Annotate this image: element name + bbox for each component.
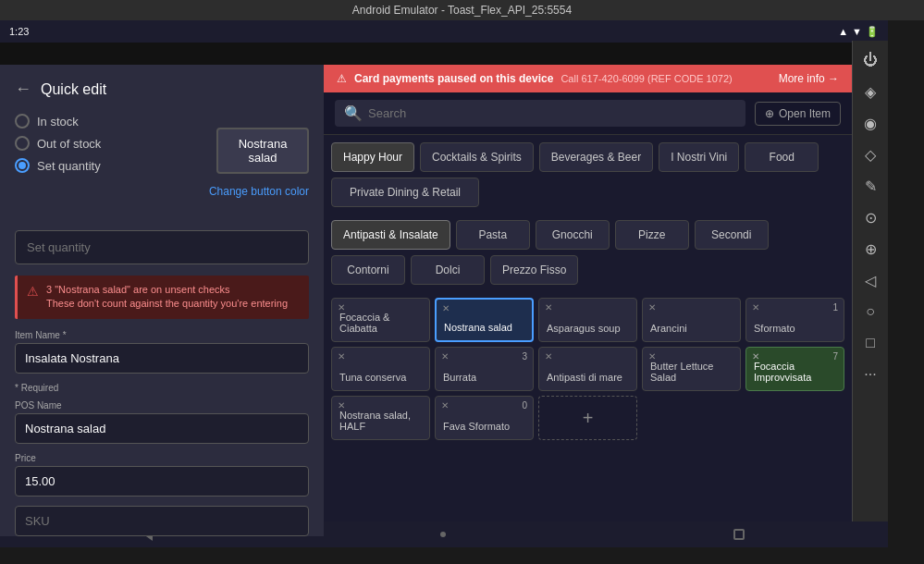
main-content: ⚠ Card payments paused on this device Ca… xyxy=(324,65,852,521)
price-field-group: Price xyxy=(15,453,309,497)
price-input[interactable] xyxy=(15,466,309,497)
warning-line2: These don't count against the quantity y… xyxy=(46,297,288,311)
android-status-bar: 1:23 ▲ ▼ 🔋 xyxy=(0,20,888,43)
back-button[interactable]: ← xyxy=(15,80,31,99)
item-label: Burrata xyxy=(443,372,525,383)
category-row-1: Happy Hour Cocktails & Spirits Beverages… xyxy=(331,142,844,172)
x-mark-icon: ✕ xyxy=(545,302,552,313)
menu-item-butter-lettuce[interactable]: ✕ Butter Lettuce Salad xyxy=(642,347,741,391)
count-badge: 7 xyxy=(832,351,838,362)
search-icon: 🔍 xyxy=(344,104,363,122)
menu-item-antipasti-di-mare[interactable]: ✕ Antipasti di mare xyxy=(538,347,637,391)
add-button: + xyxy=(547,404,629,432)
menu-item-asparagus-soup[interactable]: ✕ Asparagus soup xyxy=(538,298,637,342)
search-input-wrap[interactable]: 🔍 xyxy=(335,100,745,127)
change-button-color-link[interactable]: Change button color xyxy=(209,185,309,198)
section-row-1: Antipasti & Insalate Pasta Gnocchi Pizze… xyxy=(331,220,844,250)
camera-icon[interactable]: ⊙ xyxy=(856,203,884,231)
diamond-icon[interactable]: ◇ xyxy=(856,141,884,168)
home-nav-icon[interactable] xyxy=(440,532,446,537)
eraser-icon[interactable]: ✎ xyxy=(856,172,884,200)
section-category-area: Antipasti & Insalate Pasta Gnocchi Pizze… xyxy=(324,220,852,298)
title-bar: Android Emulator - Toast_Flex_API_25:555… xyxy=(0,0,924,20)
pos-name-field-group: POS Name xyxy=(15,400,309,444)
pos-name-label: POS Name xyxy=(15,400,309,411)
x-mark-icon: ✕ xyxy=(441,400,449,411)
x-mark-icon: ✕ xyxy=(752,351,759,362)
menu-item-nostrana-half[interactable]: ✕ Nostrana salad, HALF xyxy=(331,396,430,440)
menu-items-grid: ✕ Focaccia & Ciabatta ✕ Nostrana salad ✕… xyxy=(324,298,852,448)
category-row-2: Private Dining & Retail xyxy=(331,178,844,207)
recents-icon[interactable]: □ xyxy=(856,329,884,357)
cat-vini[interactable]: I Nostri Vini xyxy=(659,142,739,172)
item-label: Nostrana salad, HALF xyxy=(339,410,422,432)
back-icon[interactable]: ◁ xyxy=(856,266,884,294)
count-badge: 1 xyxy=(832,302,838,313)
right-sidebar: ⏻ ◈ ◉ ◇ ✎ ⊙ ⊕ ◁ ○ □ ··· xyxy=(852,41,888,547)
home-icon[interactable]: ○ xyxy=(856,298,884,325)
item-label: Antipasti di mare xyxy=(547,372,629,383)
power-icon[interactable]: ⏻ xyxy=(856,46,884,74)
menu-item-sformato[interactable]: ✕ 1 Sformato xyxy=(745,298,844,342)
wifi-icon: ▼ xyxy=(852,26,862,37)
item-name-button[interactable]: Nostrana salad xyxy=(216,128,309,174)
cat-food[interactable]: Food xyxy=(745,142,819,172)
radio-circle-in-stock xyxy=(15,114,30,129)
radio-circle-out-of-stock xyxy=(15,136,30,151)
sec-pasta[interactable]: Pasta xyxy=(456,220,530,250)
pos-name-input[interactable] xyxy=(15,413,309,444)
status-time: 1:23 xyxy=(9,26,29,37)
count-badge: 0 xyxy=(522,400,527,411)
menu-item-burrata[interactable]: ✕ 3 Burrata xyxy=(435,347,534,391)
volume-down-icon[interactable]: ◉ xyxy=(856,109,884,137)
cat-cocktails[interactable]: Cocktails & Spirits xyxy=(420,142,534,172)
menu-item-tuna-conserva[interactable]: ✕ Tuna conserva xyxy=(331,347,430,391)
signal-icon: ▲ xyxy=(838,26,848,37)
sec-dolci[interactable]: Dolci xyxy=(411,255,485,285)
menu-item-fava-sformato[interactable]: ✕ 0 Fava Sformato xyxy=(435,396,534,440)
sku-input[interactable] xyxy=(15,506,309,536)
x-mark-icon: ✕ xyxy=(338,351,345,362)
alert-left: ⚠ Card payments paused on this device Ca… xyxy=(337,72,733,85)
item-name-label: Item Name * xyxy=(15,330,309,340)
x-mark-icon: ✕ xyxy=(338,302,345,313)
quick-edit-header: ← Quick edit xyxy=(15,80,309,99)
item-name-field-group: Item Name * xyxy=(15,330,309,374)
menu-item-arancini[interactable]: ✕ Arancini xyxy=(642,298,741,342)
menu-item-nostrana-salad[interactable]: ✕ Nostrana salad xyxy=(435,298,534,342)
warning-icon: ⚠ xyxy=(27,284,39,299)
item-label: Arancini xyxy=(650,323,733,334)
item-label: Nostrana salad xyxy=(444,322,524,333)
more-info-button[interactable]: More info → xyxy=(779,72,839,85)
sec-secondi[interactable]: Secondi xyxy=(695,220,769,250)
radio-in-stock[interactable]: In stock xyxy=(15,114,309,129)
x-mark-icon: ✕ xyxy=(338,400,345,411)
quantity-input[interactable] xyxy=(15,230,309,264)
x-mark-icon: ✕ xyxy=(545,351,552,362)
radio-circle-set-quantity xyxy=(15,158,30,173)
cat-happy-hour[interactable]: Happy Hour xyxy=(331,142,414,172)
open-item-button[interactable]: ⊕ Open Item xyxy=(755,102,841,126)
search-input[interactable] xyxy=(368,106,736,120)
sec-contorni[interactable]: Contorni xyxy=(331,255,405,285)
sec-antipasti[interactable]: Antipasti & Insalate xyxy=(331,220,450,250)
item-label: Asparagus soup xyxy=(547,323,629,334)
sec-pizze[interactable]: Pizze xyxy=(615,220,689,250)
recents-nav-icon[interactable] xyxy=(733,529,745,540)
title-text: Android Emulator - Toast_Flex_API_25:555… xyxy=(352,4,572,17)
emulator: 1:23 ▲ ▼ 🔋 ← Quick edit Nostrana salad I… xyxy=(0,20,888,547)
zoom-icon[interactable]: ⊕ xyxy=(856,235,884,263)
volume-up-icon[interactable]: ◈ xyxy=(856,78,884,105)
cat-private-dining[interactable]: Private Dining & Retail xyxy=(331,178,479,207)
item-label: Focaccia Improvvisata xyxy=(754,361,836,383)
sec-prezzo[interactable]: Prezzo Fisso xyxy=(490,255,578,285)
cat-beverages[interactable]: Beverages & Beer xyxy=(539,142,653,172)
warning-text: 3 "Nostrana salad" are on unsent checks … xyxy=(46,283,288,312)
menu-item-add-new[interactable]: + xyxy=(538,396,637,440)
sku-field-group xyxy=(15,506,309,536)
more-icon[interactable]: ··· xyxy=(856,361,884,388)
menu-item-focaccia-ciabatta[interactable]: ✕ Focaccia & Ciabatta xyxy=(331,298,430,342)
menu-item-focaccia-improvvisata[interactable]: ✕ 7 Focaccia Improvvisata xyxy=(745,347,844,391)
sec-gnocchi[interactable]: Gnocchi xyxy=(536,220,610,250)
item-name-input[interactable] xyxy=(15,343,309,374)
